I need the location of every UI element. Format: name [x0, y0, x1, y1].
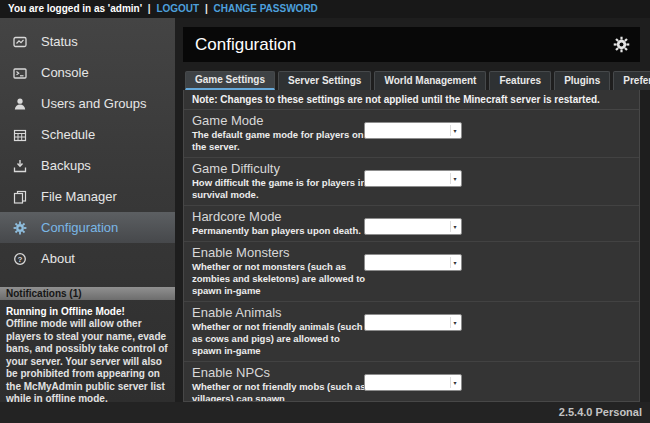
sidebar-item-about[interactable]: ? About [0, 243, 175, 274]
tab-preferences[interactable]: Preferences [613, 71, 650, 90]
sidebar-item-schedule[interactable]: Schedule [0, 119, 175, 150]
chevron-down-icon: ▾ [450, 377, 459, 388]
tab-content: Note: Changes to these settings are not … [183, 90, 640, 402]
notification-body: Offline mode will allow other players to… [0, 318, 175, 406]
restart-note: Note: Changes to these settings are not … [184, 90, 639, 110]
game-difficulty-select[interactable]: ▾ [364, 170, 462, 187]
sidebar-item-label: Console [41, 65, 89, 80]
sidebar-item-configuration[interactable]: Configuration [0, 212, 175, 243]
sidebar-item-backups[interactable]: Backups [0, 150, 175, 181]
chevron-down-icon: ▾ [450, 257, 459, 268]
sidebar-item-label: About [41, 251, 75, 266]
version-bar: 2.5.4.0 Personal [0, 402, 650, 423]
svg-text:?: ? [18, 255, 23, 264]
gear-icon [13, 221, 27, 235]
separator: | [205, 3, 208, 14]
tab-game-settings[interactable]: Game Settings [185, 71, 275, 90]
setting-description: Whether or not monsters (such as zombies… [192, 261, 372, 297]
setting-description: Permanently ban players upon death. [192, 225, 372, 237]
setting-description: Whether or not friendly mobs (such as vi… [192, 381, 372, 402]
chevron-down-icon: ▾ [450, 221, 459, 232]
game-mode-select[interactable]: ▾ [364, 122, 462, 139]
sidebar-item-label: Schedule [41, 127, 95, 142]
sidebar-item-label: Backups [41, 158, 91, 173]
sidebar-item-console[interactable]: Console [0, 57, 175, 88]
file-manager-icon [13, 190, 27, 204]
console-icon [13, 66, 27, 80]
schedule-icon [13, 128, 27, 142]
setting-enable-animals: Enable Animals Whether or not friendly a… [184, 302, 639, 362]
status-icon [13, 35, 27, 49]
backups-icon [13, 159, 27, 173]
tab-world-management[interactable]: World Management [374, 71, 486, 90]
setting-game-difficulty: Game Difficulty How difficult the game i… [184, 158, 639, 206]
setting-enable-npcs: Enable NPCs Whether or not friendly mobs… [184, 362, 639, 402]
sidebar-item-status[interactable]: Status [0, 26, 175, 57]
sidebar-menu: Status Console Users and Groups [0, 18, 175, 274]
gear-icon[interactable] [613, 36, 630, 53]
tab-bar: Game Settings Server Settings World Mana… [183, 71, 640, 90]
sidebar-item-users-and-groups[interactable]: Users and Groups [0, 88, 175, 119]
sidebar-item-label: File Manager [41, 189, 117, 204]
tab-features[interactable]: Features [489, 71, 551, 90]
enable-npcs-select[interactable]: ▾ [364, 374, 462, 391]
setting-description: How difficult the game is for players in… [192, 177, 372, 201]
enable-monsters-select[interactable]: ▾ [364, 254, 462, 271]
setting-description: The default game mode for players on the… [192, 129, 372, 153]
logged-in-text: You are logged in as 'admin' [8, 3, 142, 14]
page-title: Configuration [183, 35, 613, 55]
users-icon [13, 97, 27, 111]
sidebar-item-label: Configuration [41, 220, 118, 235]
panel-header: Configuration [183, 27, 640, 62]
sidebar-item-label: Status [41, 34, 78, 49]
notification-title: Running in Offline Mode! [0, 300, 175, 318]
setting-description: Whether or not friendly animals (such as… [192, 321, 372, 357]
top-bar: You are logged in as 'admin' | LOGOUT | … [0, 0, 650, 18]
change-password-link[interactable]: CHANGE PASSWORD [214, 3, 318, 14]
chevron-down-icon: ▾ [450, 125, 459, 136]
notifications-header: Notifications (1) [0, 287, 175, 300]
enable-animals-select[interactable]: ▾ [364, 314, 462, 331]
question-icon: ? [13, 252, 27, 266]
chevron-down-icon: ▾ [450, 173, 459, 184]
separator: | [148, 3, 151, 14]
tab-plugins[interactable]: Plugins [554, 71, 610, 90]
version-text: 2.5.4.0 Personal [559, 406, 642, 418]
chevron-down-icon: ▾ [450, 317, 459, 328]
setting-enable-monsters: Enable Monsters Whether or not monsters … [184, 242, 639, 302]
logout-link[interactable]: LOGOUT [156, 3, 199, 14]
hardcore-mode-select[interactable]: ▾ [364, 218, 462, 235]
sidebar-item-label: Users and Groups [41, 96, 147, 111]
tab-server-settings[interactable]: Server Settings [278, 71, 371, 90]
setting-hardcore-mode: Hardcore Mode Permanently ban players up… [184, 206, 639, 242]
setting-game-mode: Game Mode The default game mode for play… [184, 110, 639, 158]
sidebar-item-file-manager[interactable]: File Manager [0, 181, 175, 212]
sidebar: Status Console Users and Groups [0, 18, 175, 402]
